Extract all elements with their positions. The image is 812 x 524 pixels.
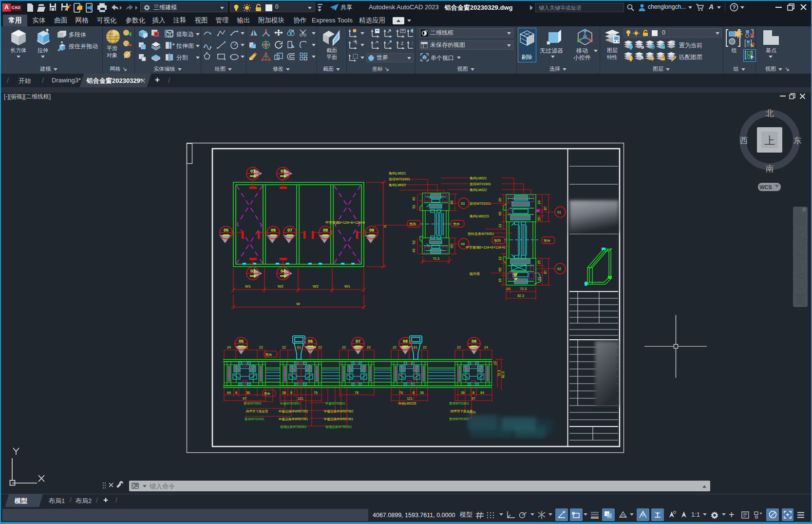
svg-text:82.3: 82.3 — [517, 294, 524, 297]
svg-text:W1: W1 — [245, 284, 251, 289]
svg-text:06: 06 — [271, 228, 276, 233]
svg-text:8: 8 — [413, 391, 415, 394]
svg-text:65: 65 — [450, 244, 453, 248]
svg-text:中空玻璃6+12A+6+12A+6: 中空玻璃6+12A+6+12A+6 — [325, 221, 365, 224]
svg-text:24: 24 — [312, 346, 316, 349]
svg-text:中梃连接件W557062: 中梃连接件W557062 — [324, 409, 354, 413]
svg-text:24: 24 — [537, 200, 541, 204]
svg-text:52: 52 — [412, 240, 415, 244]
svg-text:随升级: 随升级 — [470, 272, 480, 276]
svg-text:05: 05 — [239, 339, 244, 344]
svg-text:08: 08 — [403, 339, 408, 344]
svg-text:W2: W2 — [278, 284, 284, 289]
svg-text:10: 10 — [506, 287, 510, 291]
svg-text:玻璃压条W755053: 玻璃压条W755053 — [325, 425, 352, 428]
svg-text:中梃W705801: 中梃W705801 — [325, 402, 345, 406]
svg-text:01: 01 — [250, 169, 255, 174]
svg-text:22: 22 — [342, 346, 346, 349]
svg-text:25: 25 — [498, 278, 502, 282]
svg-text:72.3: 72.3 — [433, 257, 439, 260]
svg-text:W: W — [296, 302, 300, 306]
svg-text:08: 08 — [323, 228, 328, 233]
svg-text:24: 24 — [484, 346, 488, 349]
svg-text:角码LM022: 角码LM022 — [389, 183, 406, 187]
svg-text:角码LM022: 角码LM022 — [470, 188, 487, 192]
svg-text:121: 121 — [407, 397, 413, 400]
svg-text:中梃连接件W557061: 中梃连接件W557061 — [324, 417, 354, 421]
svg-text:W1: W1 — [344, 284, 351, 289]
svg-text:04: 04 — [281, 269, 285, 273]
svg-text:02: 02 — [250, 269, 255, 273]
svg-text:01: 01 — [557, 211, 561, 214]
svg-text:02: 02 — [557, 267, 561, 271]
svg-text:室外: 室外 — [264, 392, 271, 395]
svg-text:07: 07 — [287, 228, 292, 233]
svg-text:22: 22 — [457, 346, 461, 349]
svg-text:宣传W701901: 宣传W701901 — [470, 182, 491, 186]
svg-text:W2: W2 — [313, 284, 319, 289]
svg-text:05: 05 — [224, 228, 228, 233]
svg-text:22: 22 — [259, 346, 263, 349]
svg-text:24: 24 — [402, 346, 406, 349]
svg-text:室外: 室外 — [544, 239, 550, 243]
svg-text:8: 8 — [472, 391, 474, 394]
svg-text:24: 24 — [537, 277, 541, 281]
svg-text:内平开下悬合页: 内平开下悬合页 — [246, 409, 268, 413]
svg-text:24: 24 — [227, 346, 231, 349]
svg-text:45: 45 — [412, 249, 415, 252]
svg-text:22: 22 — [498, 256, 502, 260]
svg-text:03: 03 — [461, 202, 465, 205]
svg-text:中梃连接件W557051: 中梃连接件W557051 — [279, 417, 308, 421]
svg-text:25: 25 — [537, 260, 541, 264]
svg-text:20: 20 — [354, 346, 358, 349]
svg-text:36: 36 — [461, 391, 465, 394]
svg-text:室内: 室内 — [409, 222, 416, 226]
svg-text:22: 22 — [423, 346, 427, 349]
svg-text:22: 22 — [318, 346, 322, 349]
svg-text:密封压条W75051: 密封压条W75051 — [468, 232, 494, 235]
svg-text:04: 04 — [461, 242, 465, 246]
svg-text:64: 64 — [480, 391, 484, 394]
svg-text:97: 97 — [243, 397, 246, 400]
svg-text:09: 09 — [472, 339, 476, 344]
svg-text:角码LM0223: 角码LM0223 — [470, 214, 489, 218]
svg-text:22: 22 — [367, 346, 371, 349]
svg-text:78: 78 — [355, 391, 359, 394]
svg-text:06: 06 — [308, 339, 313, 344]
svg-text:36: 36 — [246, 391, 250, 394]
svg-text:25: 25 — [537, 217, 541, 221]
svg-text:室内: 室内 — [494, 239, 501, 242]
svg-text:图例:: 图例: — [469, 410, 476, 414]
svg-text:东: 东 — [793, 136, 802, 145]
svg-text:61: 61 — [244, 346, 248, 349]
svg-text:宣传W702901: 宣传W702901 — [470, 202, 491, 206]
svg-text:65: 65 — [450, 200, 453, 204]
svg-text:宣传W701901: 宣传W701901 — [389, 177, 410, 181]
svg-text:宣传W701901: 宣传W701901 — [245, 417, 264, 421]
svg-text:8: 8 — [235, 391, 237, 394]
svg-text:10: 10 — [493, 361, 497, 365]
svg-text:外框LM0225: 外框LM0225 — [398, 402, 416, 405]
svg-text:北: 北 — [766, 109, 774, 118]
svg-text:WCS: WCS — [759, 184, 772, 190]
svg-text:87: 87 — [544, 206, 547, 210]
svg-text:72.3: 72.3 — [497, 370, 501, 377]
svg-text:64: 64 — [227, 391, 231, 394]
svg-text:52: 52 — [412, 205, 415, 209]
svg-text:65: 65 — [498, 212, 502, 215]
svg-text:角码LM021: 角码LM021 — [470, 176, 487, 180]
svg-text:22: 22 — [498, 224, 502, 228]
svg-text:玻璃压条W755063: 玻璃压条W755063 — [280, 425, 306, 428]
svg-text:西: 西 — [740, 136, 748, 145]
svg-text:角码LM021: 角码LM021 — [389, 172, 406, 175]
svg-text:22: 22 — [393, 346, 397, 349]
svg-text:室内: 室内 — [265, 353, 272, 356]
svg-text:36: 36 — [420, 391, 424, 394]
svg-text:61: 61 — [470, 346, 473, 349]
svg-text:121: 121 — [298, 397, 303, 400]
svg-text:室外: 室外 — [453, 222, 460, 226]
svg-text:87: 87 — [544, 270, 547, 274]
svg-text:宣传W702801: 宣传W702801 — [449, 402, 469, 405]
svg-text:65: 65 — [498, 268, 502, 272]
svg-text:76: 76 — [399, 391, 403, 394]
